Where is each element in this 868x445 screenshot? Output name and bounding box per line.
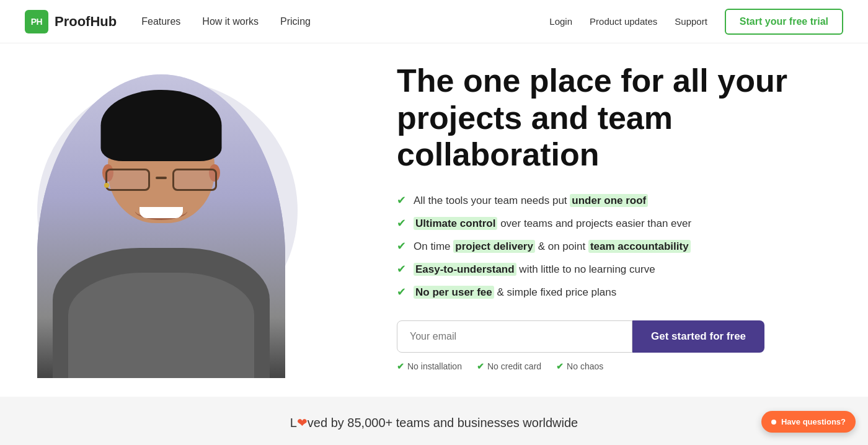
nav-features[interactable]: Features bbox=[141, 16, 180, 27]
form-note-2: ✔ No credit card bbox=[477, 361, 541, 371]
email-form-wrapper: Get started for free ✔ No installation ✔… bbox=[397, 320, 831, 371]
nav-how-it-works[interactable]: How it works bbox=[202, 16, 259, 27]
check-icon-3: ✔ bbox=[397, 238, 406, 255]
logo-link[interactable]: PH ProofHub bbox=[25, 10, 117, 33]
check-icon-2: ✔ bbox=[397, 215, 406, 232]
nav-support[interactable]: Support bbox=[675, 16, 707, 27]
form-notes: ✔ No installation ✔ No credit card ✔ No … bbox=[397, 361, 831, 371]
check-icon-4: ✔ bbox=[397, 261, 406, 278]
navbar: PH ProofHub Features How it works Pricin… bbox=[0, 0, 868, 43]
hero-image-wrap bbox=[0, 56, 322, 378]
check-small-2: ✔ bbox=[477, 361, 484, 371]
feature-item-3: ✔ On time project delivery & on point te… bbox=[397, 238, 831, 255]
logo-name: ProofHub bbox=[55, 14, 117, 30]
loved-text: L❤ved by 85,000+ teams and businesses wo… bbox=[25, 415, 843, 430]
nav-links: Features How it works Pricing bbox=[141, 16, 311, 27]
feature-item-2: ✔ Ultimate control over teams and projec… bbox=[397, 215, 831, 232]
feature-item-5: ✔ No per user fee & simple fixed price p… bbox=[397, 284, 831, 301]
nav-right: Login Product updates Support Start your… bbox=[549, 9, 843, 35]
form-note-3: ✔ No chaos bbox=[556, 361, 603, 371]
feature-item-4: ✔ Easy-to-understand with little to no l… bbox=[397, 261, 831, 278]
hero-title: The one place for all your projects and … bbox=[397, 63, 831, 174]
hero-content: The one place for all your projects and … bbox=[384, 63, 831, 371]
feature-list: ✔ All the tools your team needs put unde… bbox=[397, 192, 831, 301]
logo-icon: PH bbox=[25, 10, 48, 33]
check-icon-5: ✔ bbox=[397, 284, 406, 301]
check-icon-1: ✔ bbox=[397, 192, 406, 209]
start-trial-button[interactable]: Start your free trial bbox=[725, 9, 843, 35]
social-proof-strip: L❤ved by 85,000+ teams and businesses wo… bbox=[0, 397, 868, 445]
email-form: Get started for free bbox=[397, 320, 831, 353]
nav-login[interactable]: Login bbox=[549, 16, 572, 27]
heart-icon: ❤ bbox=[297, 416, 308, 430]
chat-dot bbox=[771, 420, 776, 425]
nav-product-updates[interactable]: Product updates bbox=[590, 16, 657, 27]
check-small-1: ✔ bbox=[397, 361, 404, 371]
email-input[interactable] bbox=[397, 320, 632, 353]
nav-left: PH ProofHub Features How it works Pricin… bbox=[25, 10, 311, 33]
check-small-3: ✔ bbox=[556, 361, 564, 371]
hero-section: The one place for all your projects and … bbox=[0, 43, 868, 397]
feature-item-1: ✔ All the tools your team needs put unde… bbox=[397, 192, 831, 209]
nav-pricing[interactable]: Pricing bbox=[280, 16, 311, 27]
chat-label: Have questions? bbox=[781, 417, 846, 426]
get-started-button[interactable]: Get started for free bbox=[632, 320, 764, 353]
form-note-1: ✔ No installation bbox=[397, 361, 462, 371]
chat-widget[interactable]: Have questions? bbox=[761, 411, 856, 433]
